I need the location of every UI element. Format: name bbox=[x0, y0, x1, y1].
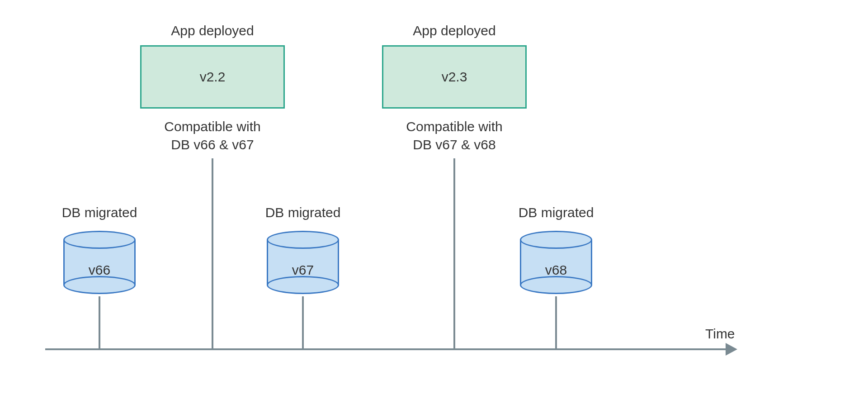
timeline-arrowhead-icon bbox=[726, 343, 737, 356]
db1-tick bbox=[99, 296, 100, 348]
app2-tick bbox=[453, 158, 455, 348]
app1-title: App deployed bbox=[140, 22, 285, 40]
app2-version: v2.3 bbox=[442, 69, 467, 85]
app1-compat2: DB v66 & v67 bbox=[140, 136, 285, 154]
app1-box: v2.2 bbox=[140, 45, 285, 109]
db3-version: v68 bbox=[520, 262, 592, 278]
timeline-axis bbox=[45, 348, 728, 350]
app1-compat1: Compatible with bbox=[140, 118, 285, 136]
db3-title: DB migrated bbox=[506, 204, 606, 222]
app1-version: v2.2 bbox=[200, 69, 226, 85]
app2-compat2: DB v67 & v68 bbox=[382, 136, 527, 154]
db2-title: DB migrated bbox=[253, 204, 353, 222]
app2-compat1: Compatible with bbox=[382, 118, 527, 136]
app2-title: App deployed bbox=[382, 22, 527, 40]
app2-box: v2.3 bbox=[382, 45, 527, 109]
app1-tick bbox=[212, 158, 213, 348]
db3-tick bbox=[555, 296, 557, 348]
db2-version: v67 bbox=[267, 262, 339, 278]
db1-title: DB migrated bbox=[50, 204, 149, 222]
db1-version: v66 bbox=[63, 262, 136, 278]
db2-tick bbox=[302, 296, 304, 348]
diagram-canvas: App deployed v2.2 Compatible with DB v66… bbox=[0, 0, 868, 409]
axis-label: Time bbox=[705, 325, 750, 343]
